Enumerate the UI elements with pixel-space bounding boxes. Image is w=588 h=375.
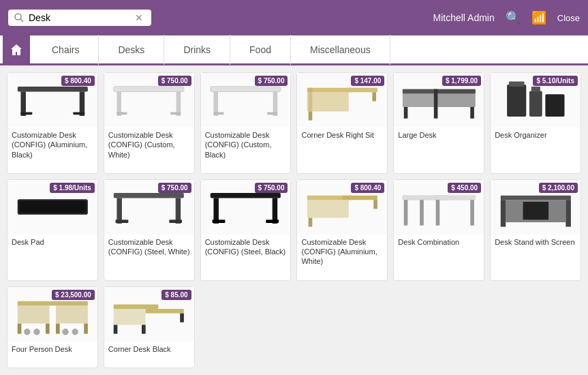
clear-search-icon[interactable]: ✕ [135,12,143,23]
product-card[interactable]: $ 750.00 Customizable Desk (CONFIG) (Cus… [200,72,292,174]
price-badge: $ 147.00 [351,76,384,86]
tab-food[interactable]: Food [230,35,291,65]
svg-rect-50 [373,200,377,209]
close-button[interactable]: Close [557,13,580,23]
nav-bar: Chairs Desks Drinks Food Miscellaneous [0,35,588,65]
product-card[interactable]: $ 2,100.00 Desk Stand with Screen [490,179,581,281]
svg-rect-58 [501,200,506,227]
product-name: Customizable Desk (CONFIG) (Aluminium, W… [297,235,387,271]
svg-rect-20 [309,111,313,120]
tab-desks[interactable]: Desks [99,35,164,65]
product-name: Customizable Desk (CONFIG) (Custom, Blac… [201,127,291,164]
tab-miscellaneous[interactable]: Miscellaneous [291,35,390,65]
svg-rect-31 [545,94,564,117]
svg-rect-76 [114,325,118,334]
price-badge: $ 5.10/Units [533,76,578,86]
price-badge: $ 750.00 [255,183,288,193]
svg-rect-30 [529,91,542,117]
product-name: Corner Desk Right Sit [297,127,387,144]
price-badge: $ 1.98/Units [50,183,95,193]
product-card[interactable]: $ 750.00 Customizable Desk (CONFIG) (Cus… [104,72,195,174]
price-badge: $ 1,799.00 [442,76,481,86]
svg-rect-54 [436,200,440,226]
header: ✕ Mitchell Admin 🔍 📶 Close [0,0,588,35]
svg-rect-45 [266,220,279,224]
product-name: Desk Stand with Screen [491,235,581,251]
price-badge: $ 2,100.00 [539,183,578,193]
svg-rect-10 [117,112,127,115]
svg-rect-15 [214,112,224,115]
svg-point-71 [62,329,68,335]
wifi-icon[interactable]: 📶 [531,10,546,25]
svg-rect-12 [211,86,281,91]
price-badge: $ 800.40 [351,183,384,193]
svg-rect-2 [17,86,87,91]
product-card[interactable]: $ 800.40 Customizable Desk (CONFIG) (Alu… [296,179,388,281]
price-badge: $ 750.00 [158,183,191,193]
product-card[interactable]: $ 85.00 Corner Desk Black [104,286,195,368]
tab-chairs[interactable]: Chairs [33,35,99,65]
svg-rect-29 [507,85,526,117]
product-card[interactable]: $ 450.00 Desk Combination [393,179,484,281]
svg-rect-52 [436,196,476,200]
svg-rect-40 [170,220,183,224]
price-badge: $ 85.00 [161,290,191,300]
product-card[interactable]: $ 147.00 Corner Desk Right Sit [296,72,388,174]
product-name: Customizable Desk (CONFIG) (Steel, White… [104,235,194,261]
product-card[interactable]: $ 750.00 Customizable Desk (CONFIG) (Ste… [104,179,195,281]
search-input[interactable] [29,12,131,23]
svg-rect-74 [146,309,184,314]
product-card[interactable]: $ 1,799.00 Large Desk [393,72,484,174]
svg-rect-41 [211,193,281,198]
svg-point-69 [24,329,30,335]
svg-rect-27 [470,106,474,118]
search-box[interactable]: ✕ [8,10,151,26]
svg-rect-56 [404,200,408,226]
product-card[interactable]: $ 800.40 Customizable Desk (CONFIG) (Alu… [7,72,98,174]
svg-rect-7 [114,86,184,91]
product-card[interactable]: $ 750.00 Customizable Desk (CONFIG) (Ste… [200,179,292,281]
svg-rect-26 [404,106,408,118]
search-header-icon[interactable]: 🔍 [506,10,521,25]
price-badge: $ 800.40 [61,76,95,86]
search-icon [14,12,25,23]
product-name: Customizable Desk (CONFIG) (Custom, Whit… [104,127,194,164]
price-badge: $ 450.00 [448,183,481,193]
svg-point-72 [72,329,78,335]
product-card[interactable]: $ 5.10/Units Desk Organizer [490,72,581,174]
home-button[interactable] [3,35,30,65]
product-name: Four Person Desk [7,342,97,358]
svg-rect-33 [531,86,540,91]
price-badge: $ 750.00 [158,76,191,86]
svg-rect-22 [309,87,313,111]
svg-rect-78 [142,325,146,334]
product-name: Corner Desk Black [104,342,194,358]
svg-rect-17 [307,87,352,92]
svg-point-70 [33,329,40,335]
svg-rect-36 [114,193,184,198]
svg-rect-73 [114,305,159,310]
svg-rect-28 [434,89,438,118]
price-badge: $ 750.00 [255,76,288,86]
product-name: Customizable Desk (CONFIG) (Steel, Black… [201,235,291,261]
product-name: Large Desk [394,127,484,144]
svg-rect-68 [84,324,88,334]
svg-rect-16 [267,112,277,115]
product-name: Customizable Desk (CONFIG) (Aluminium, B… [7,127,97,164]
product-name: Desk Pad [7,235,97,251]
svg-rect-61 [523,202,548,220]
svg-rect-64 [56,306,88,324]
tab-drinks[interactable]: Drinks [164,35,230,65]
svg-rect-25 [437,89,475,106]
svg-point-0 [15,14,21,20]
svg-rect-57 [501,196,571,200]
svg-rect-32 [509,81,525,87]
product-card[interactable]: $ 23,500.00 Four Person Desk [7,286,98,368]
svg-rect-39 [116,220,129,224]
product-name: Desk Combination [394,235,484,251]
svg-rect-44 [213,220,226,224]
svg-rect-62 [17,301,87,306]
svg-line-1 [20,19,23,22]
svg-rect-47 [342,196,377,200]
product-card[interactable]: $ 1.98/Units Desk Pad [7,179,98,281]
